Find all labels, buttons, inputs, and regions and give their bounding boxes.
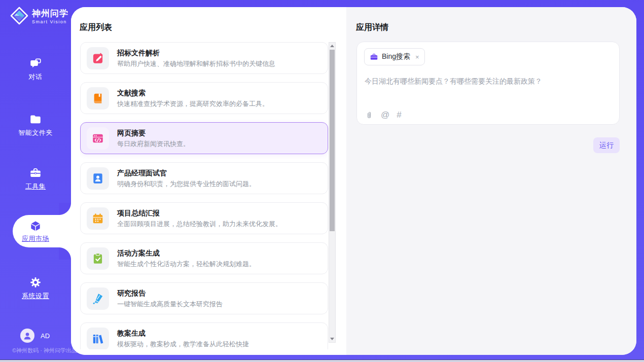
logo-title: 神州问学: [32, 9, 68, 18]
run-button[interactable]: 运行: [593, 137, 620, 153]
app-list-title: 应用列表: [80, 22, 112, 33]
scroll-down-button[interactable]: [329, 336, 335, 342]
sidebar-item-label: 对话: [29, 73, 43, 82]
scroll-up-icon: [330, 45, 334, 47]
app-item-desc: 模板驱动，教案秒成，教学准备从此轻松快捷: [117, 341, 249, 347]
scrollbar[interactable]: [329, 42, 336, 343]
app-item-desc: 每日政府新闻资讯快查。: [117, 140, 190, 147]
app-item-desc: 快速精准查找学术资源，提高研究效率的必备工具。: [117, 100, 269, 107]
app-item-desc: 智能生成个性化活动方案，轻松解决规划难题。: [117, 261, 256, 267]
logo-diamond-icon: [9, 6, 29, 28]
tool-tag-bing-search[interactable]: Bing搜索 ×: [364, 48, 425, 65]
main-window: 应用列表 招标文件解析 帮助用户快速、准确地理解和解析招标书中的关键信息: [71, 7, 636, 355]
app-item-tender-parse[interactable]: 招标文件解析 帮助用户快速、准确地理解和解析招标书中的关键信息: [80, 42, 328, 74]
gear-icon: [29, 276, 42, 289]
app-item-title: 招标文件解析: [117, 49, 275, 56]
paperclip-icon[interactable]: [365, 110, 374, 120]
app-item-title: 网页摘要: [117, 129, 190, 136]
scroll-up-button[interactable]: [329, 43, 335, 49]
prompt-card: Bing搜索 × 今日湖北有哪些新闻要点？有哪些需要关注的最新政策？ @ #: [356, 42, 620, 125]
person-document-icon: [87, 167, 109, 190]
clipboard-check-icon: [87, 247, 109, 270]
app-item-title: 项目总结汇报: [117, 209, 282, 216]
tool-tag-label: Bing搜索: [382, 52, 410, 61]
app-list: 招标文件解析 帮助用户快速、准确地理解和解析招标书中的关键信息 文献搜索: [80, 42, 328, 349]
sidebar-item-toolset[interactable]: 工具集: [0, 166, 71, 191]
app-item-title: 教案生成: [117, 330, 249, 337]
app-list-panel: 应用列表 招标文件解析 帮助用户快速、准确地理解和解析招标书中的关键信息: [71, 7, 346, 355]
app-detail-title: 应用详情: [356, 22, 388, 33]
app-item-desc: 全面回顾项目进展，总结经验教训，助力未来优化发展。: [117, 221, 282, 227]
app-item-desc: 一键智能生成高质量长文本研究报告: [117, 301, 223, 307]
close-icon[interactable]: ×: [415, 53, 419, 61]
person-icon: [22, 331, 32, 341]
books-icon: [87, 328, 109, 350]
hash-topic-icon[interactable]: #: [397, 110, 401, 120]
app-item-title: 活动方案生成: [117, 249, 256, 257]
app-item-desc: 帮助用户快速、准确地理解和解析招标书中的关键信息: [117, 60, 275, 67]
app-item-research-report[interactable]: 研究报告 一键智能生成高质量长文本研究报告: [80, 282, 328, 314]
user-account[interactable]: AD: [20, 329, 50, 343]
sidebar: 神州问学 Smart Vision 对话 智能文件夹: [0, 0, 71, 362]
webpage-code-icon: [87, 127, 109, 150]
attach-toolbar: @ #: [365, 110, 402, 120]
avatar: [20, 329, 34, 343]
app-item-pm-interviewer[interactable]: 产品经理面试官 明确身份和职责，为您提供专业性的面试问题。: [80, 162, 328, 194]
sidebar-item-label: 应用市场: [22, 234, 49, 243]
app-item-title: 研究报告: [117, 289, 223, 297]
research-pen-icon: [87, 287, 109, 310]
sidebar-item-smart-folder[interactable]: 智能文件夹: [0, 113, 71, 137]
sidebar-item-settings[interactable]: 系统设置: [0, 276, 71, 301]
app-item-literature-search[interactable]: 文献搜索 快速精准查找学术资源，提高研究效率的必备工具。: [80, 82, 328, 114]
sidebar-item-label: 工具集: [25, 182, 46, 191]
cube-icon: [29, 220, 42, 233]
sidebar-item-chat[interactable]: 对话: [0, 57, 71, 82]
app-item-event-plan[interactable]: 活动方案生成 智能生成个性化活动方案，轻松解决规划难题。: [80, 242, 328, 274]
scroll-down-icon: [330, 338, 334, 340]
folder-icon: [29, 113, 42, 126]
edit-document-icon: [87, 47, 109, 69]
sidebar-item-label: 系统设置: [22, 292, 49, 301]
app-detail-panel: 应用详情 Bing搜索 × 今日湖北有哪些新闻要点？有哪些需要关注的最新政策？: [346, 7, 636, 355]
app-item-project-summary[interactable]: 项目总结汇报 全面回顾项目进展，总结经验教训，助力未来优化发展。: [80, 202, 328, 234]
copyright-text: ©神州数码 · 神州问学出品: [12, 347, 77, 354]
app-root: 神州问学 Smart Vision 对话 智能文件夹: [0, 0, 644, 362]
query-input[interactable]: 今日湖北有哪些新闻要点？有哪些需要关注的最新政策？: [365, 77, 612, 87]
logo: 神州问学 Smart Vision: [9, 6, 68, 28]
app-item-title: 文献搜索: [117, 89, 269, 96]
sidebar-item-app-market[interactable]: 应用市场: [0, 215, 71, 247]
app-item-lesson-plan[interactable]: 教案生成 模板驱动，教案秒成，教学准备从此轻松快捷: [80, 322, 328, 349]
user-initials: AD: [41, 332, 50, 340]
calendar-icon: [87, 207, 109, 230]
briefcase-icon: [370, 53, 378, 61]
app-item-webpage-summary[interactable]: 网页摘要 每日政府新闻资讯快查。: [80, 122, 328, 154]
at-mention-icon[interactable]: @: [381, 110, 389, 120]
app-item-title: 产品经理面试官: [117, 169, 256, 176]
book-icon: [87, 87, 109, 110]
logo-subtitle: Smart Vision: [32, 20, 68, 24]
scroll-thumb[interactable]: [330, 50, 335, 231]
sidebar-item-label: 智能文件夹: [18, 128, 53, 137]
bottom-edge-strip: [0, 359, 644, 362]
chat-icon: [29, 57, 42, 70]
toolbox-icon: [29, 166, 42, 179]
app-item-desc: 明确身份和职责，为您提供专业性的面试问题。: [117, 180, 256, 187]
